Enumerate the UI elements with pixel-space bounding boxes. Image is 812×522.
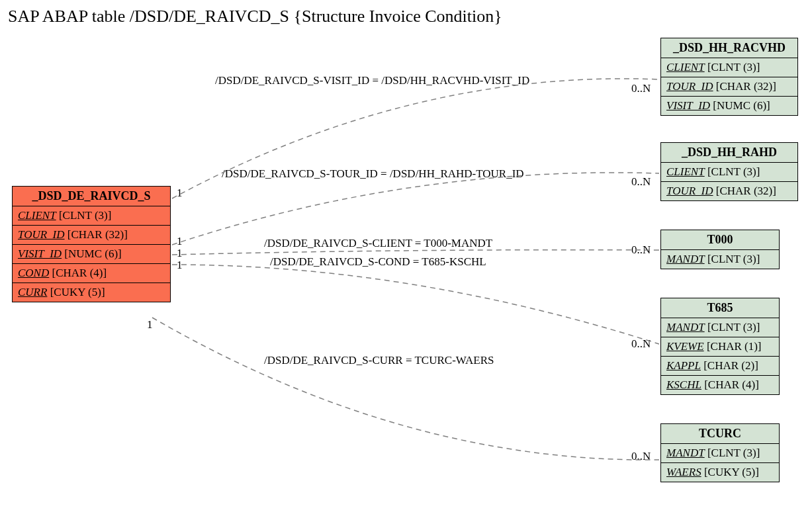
cardinality-right: 0..N xyxy=(631,243,651,257)
cardinality-left: 1 xyxy=(177,187,183,200)
entity-header: T000 xyxy=(661,230,779,250)
entity-field: KSCHL [CHAR (4)] xyxy=(661,376,779,394)
relation-label: /DSD/DE_RAIVCD_S-VISIT_ID = /DSD/HH_RACV… xyxy=(215,74,529,87)
entity-main-field: VISIT_ID [NUMC (6)] xyxy=(13,245,170,264)
entity-header: T685 xyxy=(661,298,779,318)
entity-t685: T685 MANDT [CLNT (3)] KVEWE [CHAR (1)] K… xyxy=(660,298,780,395)
cardinality-right: 0..N xyxy=(631,82,651,95)
relation-label: /DSD/DE_RAIVCD_S-CLIENT = T000-MANDT xyxy=(264,237,492,250)
entity-header: _DSD_HH_RAHD xyxy=(661,143,797,163)
cardinality-left: 1 xyxy=(147,318,153,331)
entity-field: CLIENT [CLNT (3)] xyxy=(661,163,797,182)
entity-field: KAPPL [CHAR (2)] xyxy=(661,357,779,376)
cardinality-right: 0..N xyxy=(631,337,651,351)
entity-field: VISIT_ID [NUMC (6)] xyxy=(661,97,797,115)
entity-field: WAERS [CUKY (5)] xyxy=(661,463,779,482)
entity-field: MANDT [CLNT (3)] xyxy=(661,444,779,463)
entity-racvhd: _DSD_HH_RACVHD CLIENT [CLNT (3)] TOUR_ID… xyxy=(660,38,798,116)
entity-main-field: COND [CHAR (4)] xyxy=(13,264,170,283)
cardinality-left: 1 xyxy=(177,235,183,248)
cardinality-left: 1 xyxy=(177,259,183,272)
entity-main-field: CLIENT [CLNT (3)] xyxy=(13,206,170,226)
entity-field: TOUR_ID [CHAR (32)] xyxy=(661,182,797,200)
entity-field: MANDT [CLNT (3)] xyxy=(661,250,779,269)
entity-header: _DSD_HH_RACVHD xyxy=(661,38,797,58)
entity-header: TCURC xyxy=(661,424,779,444)
entity-field: TOUR_ID [CHAR (32)] xyxy=(661,77,797,97)
relation-label: /DSD/DE_RAIVCD_S-CURR = TCURC-WAERS xyxy=(264,354,494,367)
entity-tcurc: TCURC MANDT [CLNT (3)] WAERS [CUKY (5)] xyxy=(660,423,780,482)
relation-label: /DSD/DE_RAIVCD_S-COND = T685-KSCHL xyxy=(270,255,486,269)
entity-field: MANDT [CLNT (3)] xyxy=(661,318,779,337)
entity-main: _DSD_DE_RAIVCD_S CLIENT [CLNT (3)] TOUR_… xyxy=(12,186,171,302)
entity-rahd: _DSD_HH_RAHD CLIENT [CLNT (3)] TOUR_ID [… xyxy=(660,142,798,201)
page-title: SAP ABAP table /DSD/DE_RAIVCD_S {Structu… xyxy=(8,7,502,26)
entity-main-field: CURR [CUKY (5)] xyxy=(13,283,170,302)
entity-field: KVEWE [CHAR (1)] xyxy=(661,337,779,357)
entity-t000: T000 MANDT [CLNT (3)] xyxy=(660,230,780,269)
cardinality-left: 1 xyxy=(177,247,183,260)
entity-main-header: _DSD_DE_RAIVCD_S xyxy=(13,187,170,206)
cardinality-right: 0..N xyxy=(631,450,651,463)
relation-label: /DSD/DE_RAIVCD_S-TOUR_ID = /DSD/HH_RAHD-… xyxy=(222,167,524,181)
entity-field: CLIENT [CLNT (3)] xyxy=(661,58,797,77)
entity-main-field: TOUR_ID [CHAR (32)] xyxy=(13,226,170,245)
cardinality-right: 0..N xyxy=(631,175,651,189)
